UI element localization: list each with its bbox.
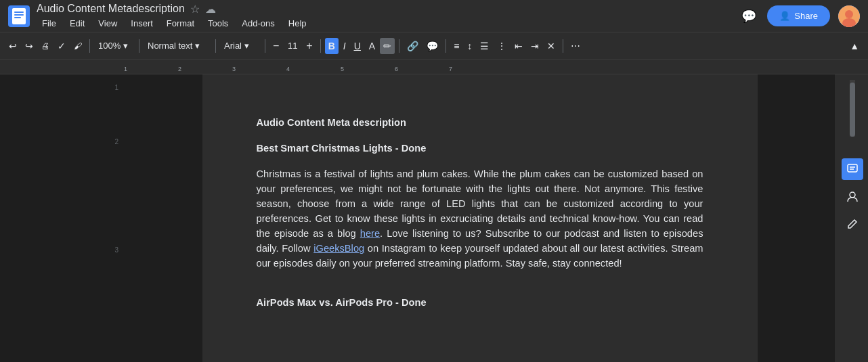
svg-rect-2 bbox=[14, 14, 24, 16]
zoom-selector[interactable]: 100% ▾ bbox=[94, 39, 135, 53]
document-area[interactable]: Audio Content Meta description Best Smar… bbox=[124, 74, 836, 362]
document-subheading-1: Best Smart Christmas Lights - Done bbox=[257, 141, 703, 156]
menu-addons[interactable]: Add-ons bbox=[236, 17, 280, 30]
menu-bar: File Edit View Insert Format Tools Add-o… bbox=[37, 17, 732, 30]
sidebar-icon-edit[interactable] bbox=[842, 212, 863, 234]
document-title[interactable]: Audio Content Metadescription bbox=[37, 3, 185, 15]
clear-format-button[interactable]: ✕ bbox=[544, 38, 559, 54]
svg-point-5 bbox=[845, 10, 853, 18]
separator-1 bbox=[89, 39, 90, 53]
line-spacing-button[interactable]: ↕ bbox=[464, 38, 475, 54]
increase-indent-button[interactable]: ⇥ bbox=[527, 38, 542, 54]
separator-6 bbox=[399, 39, 399, 53]
title-icons: ☆ ☁ bbox=[190, 3, 216, 16]
top-right: 💬 👤 Share bbox=[739, 5, 860, 27]
share-icon: 👤 bbox=[779, 11, 790, 21]
menu-format[interactable]: Format bbox=[161, 17, 200, 30]
font-size-decrease[interactable]: − bbox=[269, 39, 282, 53]
menu-edit[interactable]: Edit bbox=[64, 17, 90, 30]
redo-button[interactable]: ↪ bbox=[22, 38, 37, 54]
numbered-list-button[interactable]: ⋮ bbox=[494, 38, 510, 54]
ruler: 1 2 3 4 5 6 7 bbox=[0, 60, 868, 74]
top-bar: Audio Content Metadescription ☆ ☁ File E… bbox=[0, 0, 868, 32]
doc-title-row: Audio Content Metadescription ☆ ☁ bbox=[37, 3, 732, 16]
print-button[interactable]: 🖨 bbox=[38, 39, 53, 53]
document-page: Audio Content Meta description Best Smar… bbox=[202, 74, 758, 362]
sidebar-icon-chat[interactable] bbox=[842, 158, 863, 180]
menu-insert[interactable]: Insert bbox=[125, 17, 158, 30]
bullet-list-button[interactable]: ☰ bbox=[477, 38, 492, 54]
collapse-toolbar-button[interactable]: ▲ bbox=[846, 38, 863, 54]
user-avatar[interactable] bbox=[838, 5, 860, 27]
svg-rect-0 bbox=[12, 8, 26, 24]
left-margin: 1 2 3 bbox=[0, 74, 124, 362]
separator-8 bbox=[563, 39, 563, 53]
separator-2 bbox=[139, 39, 139, 53]
spellcheck-button[interactable]: ✓ bbox=[54, 38, 69, 54]
ruler-content: 1 2 3 4 5 6 7 bbox=[124, 60, 854, 74]
document-main-heading: Audio Content Meta description bbox=[257, 115, 703, 130]
separator-4 bbox=[265, 39, 265, 53]
font-size-area: − + bbox=[269, 39, 316, 53]
document-paragraph-1: Christmas is a festival of lights and pl… bbox=[257, 166, 703, 271]
paint-format-button[interactable]: 🖌 bbox=[70, 39, 85, 53]
chat-icon[interactable]: 💬 bbox=[739, 6, 759, 26]
right-sidebar bbox=[836, 74, 868, 362]
paragraph-1-link-here[interactable]: here bbox=[360, 228, 380, 239]
svg-rect-1 bbox=[14, 12, 24, 13]
style-value: Normal text bbox=[148, 41, 192, 51]
star-icon[interactable]: ☆ bbox=[190, 3, 200, 16]
font-value: Arial bbox=[224, 41, 242, 51]
scrollbar-track[interactable] bbox=[850, 80, 855, 137]
text-color-button[interactable]: A bbox=[366, 38, 378, 54]
line-numbers: 1 2 3 bbox=[114, 81, 118, 257]
sidebar-icon-user[interactable] bbox=[842, 185, 863, 207]
separator-3 bbox=[215, 39, 216, 53]
undo-button[interactable]: ↩ bbox=[5, 38, 20, 54]
app-icon bbox=[8, 5, 30, 27]
toolbar: ↩ ↪ 🖨 ✓ 🖌 100% ▾ Normal text ▾ Arial ▾ −… bbox=[0, 32, 868, 60]
link-button[interactable]: 🔗 bbox=[404, 38, 422, 54]
menu-tools[interactable]: Tools bbox=[202, 17, 234, 30]
paragraph-spacer bbox=[257, 281, 703, 295]
font-chevron: ▾ bbox=[244, 41, 249, 51]
menu-file[interactable]: File bbox=[37, 17, 62, 30]
bold-button[interactable]: B bbox=[325, 38, 339, 54]
decrease-indent-button[interactable]: ⇤ bbox=[511, 38, 526, 54]
italic-button[interactable]: I bbox=[340, 38, 349, 54]
svg-rect-7 bbox=[848, 164, 857, 172]
more-options-button[interactable]: ⋯ bbox=[567, 38, 584, 54]
comment-button[interactable]: 💬 bbox=[423, 38, 441, 54]
cloud-icon[interactable]: ☁ bbox=[205, 3, 216, 16]
highlight-button[interactable]: ✏ bbox=[380, 38, 395, 54]
document-subheading-2: AirPods Max vs. AirPods Pro - Done bbox=[257, 295, 703, 310]
title-area: Audio Content Metadescription ☆ ☁ File E… bbox=[37, 3, 732, 30]
menu-view[interactable]: View bbox=[93, 17, 123, 30]
style-chevron: ▾ bbox=[195, 41, 200, 51]
font-selector[interactable]: Arial ▾ bbox=[220, 39, 261, 53]
share-button[interactable]: 👤 Share bbox=[767, 5, 830, 26]
svg-rect-3 bbox=[14, 17, 21, 18]
align-button[interactable]: ≡ bbox=[450, 38, 462, 54]
share-label: Share bbox=[794, 11, 818, 21]
paragraph-1-link-igeeks[interactable]: iGeeksBlog bbox=[313, 243, 364, 254]
separator-5 bbox=[320, 39, 321, 53]
svg-point-10 bbox=[850, 192, 855, 198]
separator-7 bbox=[446, 39, 446, 53]
main-area: 1 2 3 Audio Content Meta description Bes… bbox=[0, 74, 868, 362]
style-selector[interactable]: Normal text ▾ bbox=[144, 39, 211, 53]
zoom-chevron: ▾ bbox=[123, 41, 128, 51]
font-size-increase[interactable]: + bbox=[303, 39, 316, 53]
font-size-input[interactable] bbox=[283, 41, 302, 51]
scrollbar-thumb[interactable] bbox=[850, 83, 855, 137]
menu-help[interactable]: Help bbox=[283, 17, 312, 30]
underline-button[interactable]: U bbox=[351, 38, 364, 54]
zoom-value: 100% bbox=[98, 41, 121, 51]
